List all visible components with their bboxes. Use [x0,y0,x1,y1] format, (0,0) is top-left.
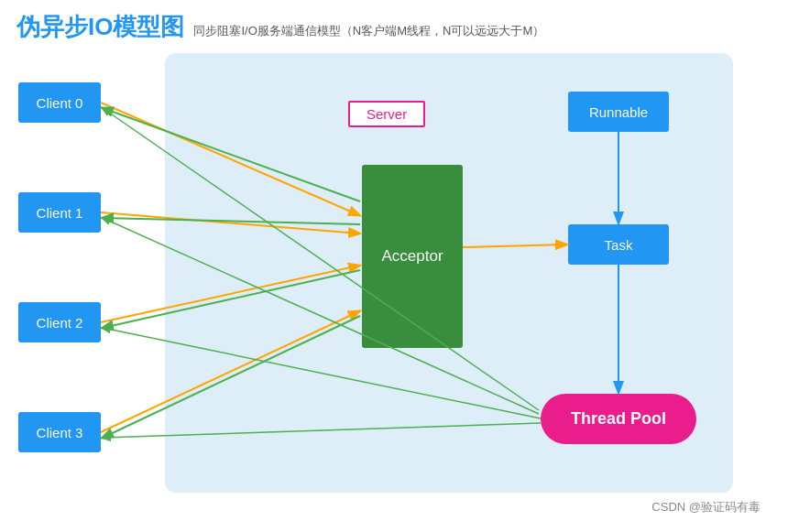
watermark: CSDN @验证码有毒 [651,499,761,516]
client-1: Client 1 [18,192,101,233]
server-label: Server [348,101,425,127]
task-box: Task [568,224,669,265]
client-2: Client 2 [18,302,101,342]
client-3: Client 3 [18,412,101,452]
main-title: 伪异步IO模型图 [16,11,184,43]
runnable-box: Runnable [568,92,669,132]
client-0: Client 0 [18,82,101,123]
acceptor-box: Acceptor [362,165,463,348]
thread-pool: Thread Pool [541,394,696,444]
sub-title: 同步阻塞I/O服务端通信模型（N客户端M线程，N可以远远大于M） [193,23,544,39]
